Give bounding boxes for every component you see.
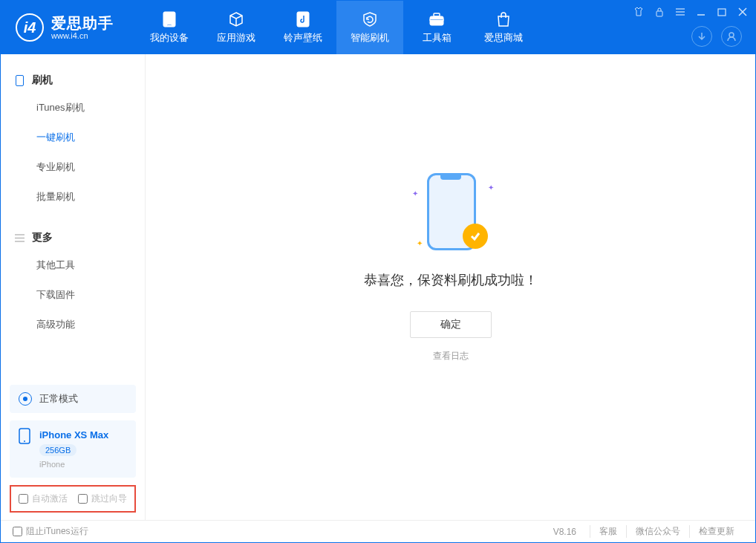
sparkle-icon: ✦ (417, 239, 423, 247)
sidebar-item-batch-flash[interactable]: 批量刷机 (1, 182, 145, 212)
status-link-update[interactable]: 检查更新 (689, 525, 743, 538)
sidebar-item-itunes-flash[interactable]: iTunes刷机 (1, 93, 145, 123)
shopping-bag-icon (495, 10, 512, 28)
lock-icon[interactable] (654, 7, 665, 17)
auto-activate-checkbox[interactable]: 自动激活 (19, 492, 68, 505)
nav-tab-my-device[interactable]: 我的设备 (136, 1, 203, 54)
mode-label: 正常模式 (39, 392, 78, 406)
block-itunes-label: 阻止iTunes运行 (26, 525, 88, 538)
phone-small-icon (14, 75, 25, 85)
titlebar-action-circles (691, 26, 742, 47)
nav-label: 铃声壁纸 (284, 31, 322, 45)
sidebar-bottom: 正常模式 iPhone XS Max 256GB iPhone 自动激活 跳过向… (1, 385, 145, 520)
mode-card[interactable]: 正常模式 (10, 385, 136, 413)
svg-point-20 (24, 440, 25, 442)
sidebar-item-advanced[interactable]: 高级功能 (1, 310, 145, 339)
sidebar-item-download-firmware[interactable]: 下载固件 (1, 280, 145, 310)
menu-icon[interactable] (675, 7, 685, 17)
skip-guide-label: 跳过向导 (91, 492, 127, 505)
svg-rect-2 (297, 12, 309, 27)
sidebar-item-other-tools[interactable]: 其他工具 (1, 250, 145, 280)
nav-tab-toolbox[interactable]: 工具箱 (403, 1, 470, 54)
nav-tab-ringtones-wallpapers[interactable]: 铃声壁纸 (270, 1, 336, 54)
nav-tab-apps-games[interactable]: 应用游戏 (203, 1, 270, 54)
phone-notch-icon (440, 175, 461, 180)
app-window: i4 爱思助手 www.i4.cn 我的设备 应用游戏 铃声壁纸 智能刷机 (0, 0, 756, 543)
list-small-icon (14, 233, 25, 243)
sidebar-group-more: 更多 (1, 225, 145, 250)
device-name: iPhone XS Max (39, 428, 108, 443)
svg-rect-4 (434, 13, 440, 16)
mode-dot-icon (19, 392, 32, 406)
svg-rect-11 (718, 9, 726, 16)
app-url: www.i4.cn (51, 31, 114, 40)
download-button[interactable] (691, 26, 712, 47)
nav-label: 工具箱 (423, 31, 452, 45)
minimize-icon[interactable] (696, 7, 706, 17)
user-button[interactable] (721, 26, 742, 47)
music-file-icon (294, 10, 312, 28)
nav-tabs: 我的设备 应用游戏 铃声壁纸 智能刷机 工具箱 爱思商城 (136, 1, 537, 54)
device-phone-icon (19, 428, 32, 444)
phone-icon (160, 10, 178, 28)
nav-tab-store[interactable]: 爱思商城 (470, 1, 537, 54)
block-itunes-checkbox[interactable]: 阻止iTunes运行 (13, 525, 88, 538)
device-capacity: 256GB (39, 444, 76, 457)
app-name: 爱思助手 (51, 15, 114, 31)
svg-rect-5 (430, 19, 443, 21)
tshirt-icon[interactable] (633, 7, 644, 17)
svg-rect-1 (167, 25, 172, 26)
group-title: 刷机 (32, 74, 53, 87)
success-message: 恭喜您，保资料刷机成功啦！ (364, 271, 538, 289)
device-type: iPhone (39, 458, 108, 471)
skip-guide-checkbox[interactable]: 跳过向导 (78, 492, 127, 505)
briefcase-icon (428, 10, 446, 28)
cube-icon (227, 10, 245, 28)
main-content: ✦ ✦ ✦ 恭喜您，保资料刷机成功啦！ 确定 查看日志 (146, 54, 755, 520)
flash-options-row: 自动激活 跳过向导 (10, 485, 136, 513)
titlebar: i4 爱思助手 www.i4.cn 我的设备 应用游戏 铃声壁纸 智能刷机 (1, 1, 755, 54)
ok-button[interactable]: 确定 (410, 311, 492, 338)
device-card[interactable]: iPhone XS Max 256GB iPhone (10, 420, 136, 478)
sidebar: 刷机 iTunes刷机 一键刷机 专业刷机 批量刷机 更多 其他工具 下载固件 … (1, 54, 146, 520)
nav-tab-smart-flash[interactable]: 智能刷机 (336, 1, 403, 54)
sparkle-icon: ✦ (488, 183, 494, 192)
logo-text: 爱思助手 www.i4.cn (51, 15, 114, 40)
logo-icon: i4 (16, 13, 44, 42)
refresh-shield-icon (361, 10, 379, 28)
nav-label: 爱思商城 (484, 31, 523, 45)
success-illustration: ✦ ✦ ✦ (406, 167, 495, 256)
nav-label: 我的设备 (150, 31, 189, 45)
statusbar: 阻止iTunes运行 V8.16 客服 微信公众号 检查更新 (1, 520, 755, 542)
sidebar-group-flash: 刷机 (1, 68, 145, 93)
sidebar-item-pro-flash[interactable]: 专业刷机 (1, 152, 145, 182)
version-label: V8.16 (553, 527, 576, 537)
svg-rect-15 (16, 75, 23, 85)
sidebar-item-onekey-flash[interactable]: 一键刷机 (1, 123, 145, 152)
body: 刷机 iTunes刷机 一键刷机 专业刷机 批量刷机 更多 其他工具 下载固件 … (1, 54, 755, 520)
maximize-icon[interactable] (717, 7, 727, 17)
view-log-link[interactable]: 查看日志 (433, 350, 469, 362)
nav-label: 应用游戏 (217, 31, 255, 45)
nav-label: 智能刷机 (351, 31, 389, 45)
device-info: iPhone XS Max 256GB iPhone (39, 428, 108, 470)
auto-activate-label: 自动激活 (32, 492, 68, 505)
window-controls (633, 7, 748, 17)
group-title: 更多 (32, 231, 53, 244)
svg-rect-6 (656, 11, 662, 16)
svg-point-14 (729, 33, 734, 37)
check-badge-icon (463, 224, 488, 249)
app-logo: i4 爱思助手 www.i4.cn (16, 13, 114, 42)
status-link-support[interactable]: 客服 (590, 525, 626, 538)
sparkle-icon: ✦ (412, 189, 418, 198)
status-link-wechat[interactable]: 微信公众号 (626, 525, 689, 538)
close-icon[interactable] (737, 7, 748, 17)
